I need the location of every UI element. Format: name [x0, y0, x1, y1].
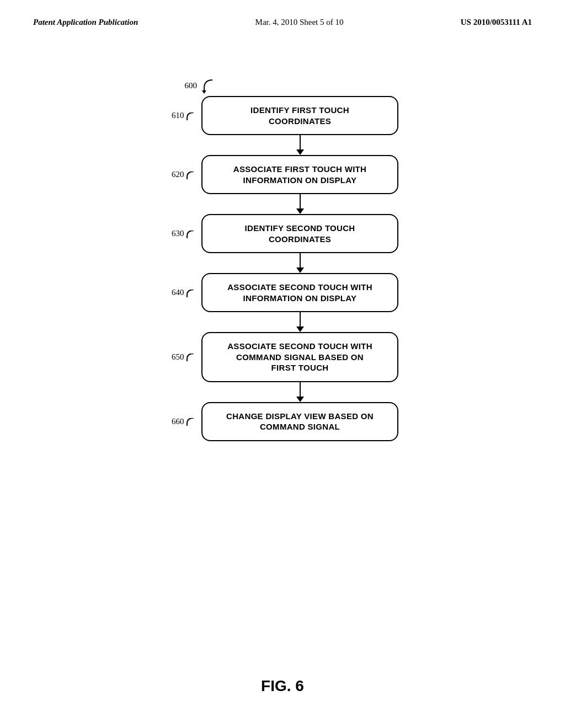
page-header: Patent Application Publication Mar. 4, 2… [0, 0, 565, 27]
flowbox-630: IDENTIFY SECOND TOUCHCOORDINATES [201, 214, 398, 253]
bracket-icon-650 [186, 354, 195, 361]
flow-row-620: 620 ASSOCIATE FIRST TOUCH WITHINFORMATIO… [167, 155, 398, 194]
bracket-icon-640 [186, 290, 195, 297]
flowbox-610: IDENTIFY FIRST TOUCHCOORDINATES [201, 96, 398, 135]
flowchart: 600 610 IDENTIFY FIRST TOUCHCOORDINATES … [0, 77, 565, 441]
step-label-620: 620 [167, 170, 197, 179]
start-arrow-icon [201, 77, 218, 94]
arrow-650-660 [296, 382, 304, 402]
arrow-630-640 [296, 253, 304, 273]
flow-row-650: 650 ASSOCIATE SECOND TOUCH WITHCOMMAND S… [167, 332, 398, 382]
patent-number: US 2010/0053111 A1 [461, 18, 532, 27]
svg-marker-0 [202, 90, 206, 94]
flowbox-660: CHANGE DISPLAY VIEW BASED ONCOMMAND SIGN… [201, 402, 398, 441]
step-label-640: 640 [167, 288, 197, 297]
publication-date-sheet: Mar. 4, 2010 Sheet 5 of 10 [255, 18, 344, 27]
flowbox-650: ASSOCIATE SECOND TOUCH WITHCOMMAND SIGNA… [201, 332, 398, 382]
bracket-icon-660 [186, 418, 195, 426]
flowbox-640: ASSOCIATE SECOND TOUCH WITHINFORMATION O… [201, 273, 398, 312]
arrow-640-650 [296, 312, 304, 332]
arrow-620-630 [296, 194, 304, 214]
flow-row-610: 610 IDENTIFY FIRST TOUCHCOORDINATES [167, 96, 398, 135]
figure-caption: FIG. 6 [0, 677, 565, 695]
step-label-630: 630 [167, 229, 197, 238]
bracket-icon-610 [186, 113, 195, 120]
flowbox-620: ASSOCIATE FIRST TOUCH WITHINFORMATION ON… [201, 155, 398, 194]
bracket-icon-630 [186, 231, 195, 238]
bracket-icon-620 [186, 172, 195, 179]
step-label-650: 650 [167, 352, 197, 362]
arrow-610-620 [296, 135, 304, 155]
publication-type: Patent Application Publication [33, 18, 138, 27]
flow-row-660: 660 CHANGE DISPLAY VIEW BASED ONCOMMAND … [167, 402, 398, 441]
flow-row-640: 640 ASSOCIATE SECOND TOUCH WITHINFORMATI… [167, 273, 398, 312]
flow-row-630: 630 IDENTIFY SECOND TOUCHCOORDINATES [167, 214, 398, 253]
step-label-610: 610 [167, 111, 197, 120]
start-label-600: 600 [167, 81, 197, 90]
step-label-660: 660 [167, 417, 197, 426]
